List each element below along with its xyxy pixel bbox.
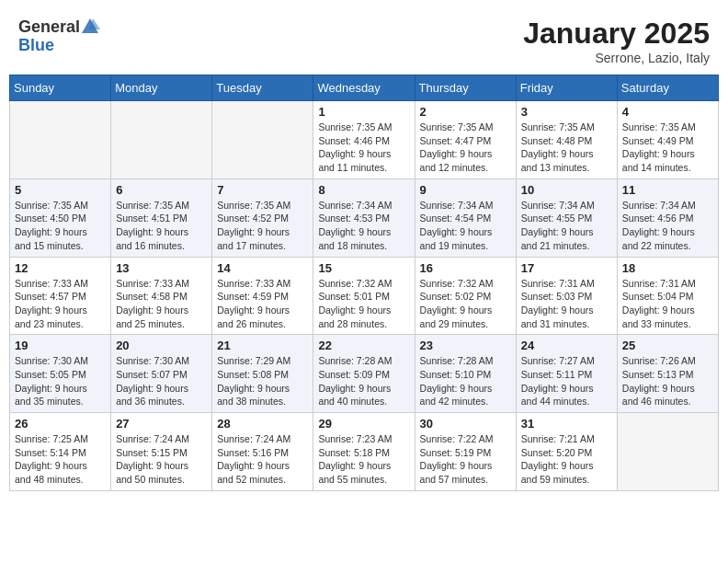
cell-info: Sunrise: 7:27 AM Sunset: 5:11 PM Dayligh… xyxy=(521,354,612,408)
day-number: 19 xyxy=(15,339,106,352)
calendar-cell: 28Sunrise: 7:24 AM Sunset: 5:16 PM Dayli… xyxy=(212,413,313,491)
day-number: 29 xyxy=(318,417,409,431)
day-number: 8 xyxy=(318,183,409,197)
cell-info: Sunrise: 7:24 AM Sunset: 5:16 PM Dayligh… xyxy=(217,432,308,487)
calendar-cell: 7Sunrise: 7:35 AM Sunset: 4:52 PM Daylig… xyxy=(212,178,313,257)
cell-info: Sunrise: 7:33 AM Sunset: 4:58 PM Dayligh… xyxy=(116,277,207,331)
day-number: 28 xyxy=(217,417,308,431)
cell-info: Sunrise: 7:26 AM Sunset: 5:13 PM Dayligh… xyxy=(622,354,713,408)
day-number: 24 xyxy=(521,339,612,352)
logo-icon xyxy=(80,17,100,37)
calendar-cell: 24Sunrise: 7:27 AM Sunset: 5:11 PM Dayli… xyxy=(516,335,617,413)
day-number: 16 xyxy=(420,261,511,275)
cell-info: Sunrise: 7:34 AM Sunset: 4:56 PM Dayligh… xyxy=(622,199,713,253)
cell-info: Sunrise: 7:32 AM Sunset: 5:02 PM Dayligh… xyxy=(420,277,511,331)
day-number: 12 xyxy=(15,261,106,275)
calendar-cell: 11Sunrise: 7:34 AM Sunset: 4:56 PM Dayli… xyxy=(617,178,718,257)
day-number: 7 xyxy=(217,183,308,197)
calendar-cell: 1Sunrise: 7:35 AM Sunset: 4:46 PM Daylig… xyxy=(313,101,415,179)
calendar-cell: 6Sunrise: 7:35 AM Sunset: 4:51 PM Daylig… xyxy=(111,178,212,257)
day-number: 20 xyxy=(116,339,207,352)
cell-info: Sunrise: 7:30 AM Sunset: 5:05 PM Dayligh… xyxy=(15,354,106,408)
calendar-week-row: 26Sunrise: 7:25 AM Sunset: 5:14 PM Dayli… xyxy=(10,413,719,491)
month-title: January 2025 xyxy=(523,17,710,51)
weekday-header-thursday: Thursday xyxy=(415,75,516,101)
calendar-cell: 9Sunrise: 7:34 AM Sunset: 4:54 PM Daylig… xyxy=(415,178,516,257)
day-number: 11 xyxy=(622,183,713,197)
cell-info: Sunrise: 7:35 AM Sunset: 4:52 PM Dayligh… xyxy=(217,199,308,253)
cell-info: Sunrise: 7:35 AM Sunset: 4:47 PM Dayligh… xyxy=(420,121,511,175)
day-number: 14 xyxy=(217,261,308,275)
cell-info: Sunrise: 7:28 AM Sunset: 5:10 PM Dayligh… xyxy=(420,354,511,408)
cell-info: Sunrise: 7:25 AM Sunset: 5:14 PM Dayligh… xyxy=(15,432,106,487)
calendar-cell xyxy=(617,413,718,491)
cell-info: Sunrise: 7:34 AM Sunset: 4:55 PM Dayligh… xyxy=(521,199,612,253)
day-number: 1 xyxy=(318,105,409,119)
day-number: 31 xyxy=(521,417,612,431)
calendar-cell: 25Sunrise: 7:26 AM Sunset: 5:13 PM Dayli… xyxy=(617,335,718,413)
day-number: 22 xyxy=(318,339,409,352)
day-number: 3 xyxy=(521,105,612,119)
cell-info: Sunrise: 7:34 AM Sunset: 4:54 PM Dayligh… xyxy=(420,199,511,253)
calendar-cell xyxy=(10,101,111,179)
cell-info: Sunrise: 7:31 AM Sunset: 5:04 PM Dayligh… xyxy=(622,277,713,331)
calendar-cell: 14Sunrise: 7:33 AM Sunset: 4:59 PM Dayli… xyxy=(212,257,313,335)
cell-info: Sunrise: 7:35 AM Sunset: 4:51 PM Dayligh… xyxy=(116,199,207,253)
calendar-cell: 21Sunrise: 7:29 AM Sunset: 5:08 PM Dayli… xyxy=(212,335,313,413)
logo-blue: Blue xyxy=(18,37,54,53)
day-number: 30 xyxy=(420,417,511,431)
cell-info: Sunrise: 7:23 AM Sunset: 5:18 PM Dayligh… xyxy=(318,432,409,487)
calendar-cell: 16Sunrise: 7:32 AM Sunset: 5:02 PM Dayli… xyxy=(415,257,516,335)
weekday-header-wednesday: Wednesday xyxy=(313,75,415,101)
calendar-cell: 3Sunrise: 7:35 AM Sunset: 4:48 PM Daylig… xyxy=(516,101,617,179)
weekday-header-tuesday: Tuesday xyxy=(212,75,313,101)
cell-info: Sunrise: 7:31 AM Sunset: 5:03 PM Dayligh… xyxy=(521,277,612,331)
cell-info: Sunrise: 7:30 AM Sunset: 5:07 PM Dayligh… xyxy=(116,354,207,408)
day-number: 26 xyxy=(15,417,106,431)
day-number: 4 xyxy=(622,105,713,119)
calendar-week-row: 12Sunrise: 7:33 AM Sunset: 4:57 PM Dayli… xyxy=(10,257,719,335)
cell-info: Sunrise: 7:28 AM Sunset: 5:09 PM Dayligh… xyxy=(318,354,409,408)
day-number: 15 xyxy=(318,261,409,275)
calendar-cell: 23Sunrise: 7:28 AM Sunset: 5:10 PM Dayli… xyxy=(415,335,516,413)
day-number: 17 xyxy=(521,261,612,275)
day-number: 27 xyxy=(116,417,207,431)
calendar-cell xyxy=(212,101,313,179)
day-number: 18 xyxy=(622,261,713,275)
calendar-cell xyxy=(111,101,212,179)
calendar-cell: 2Sunrise: 7:35 AM Sunset: 4:47 PM Daylig… xyxy=(415,101,516,179)
calendar-week-row: 19Sunrise: 7:30 AM Sunset: 5:05 PM Dayli… xyxy=(10,335,719,413)
day-number: 25 xyxy=(622,339,713,352)
calendar-cell: 30Sunrise: 7:22 AM Sunset: 5:19 PM Dayli… xyxy=(415,413,516,491)
cell-info: Sunrise: 7:32 AM Sunset: 5:01 PM Dayligh… xyxy=(318,277,409,331)
weekday-header-sunday: Sunday xyxy=(10,75,111,101)
day-number: 9 xyxy=(420,183,511,197)
day-number: 10 xyxy=(521,183,612,197)
cell-info: Sunrise: 7:21 AM Sunset: 5:20 PM Dayligh… xyxy=(521,432,612,487)
day-number: 6 xyxy=(116,183,207,197)
cell-info: Sunrise: 7:33 AM Sunset: 4:57 PM Dayligh… xyxy=(15,277,106,331)
calendar-cell: 13Sunrise: 7:33 AM Sunset: 4:58 PM Dayli… xyxy=(111,257,212,335)
cell-info: Sunrise: 7:35 AM Sunset: 4:46 PM Dayligh… xyxy=(318,121,409,175)
calendar-cell: 8Sunrise: 7:34 AM Sunset: 4:53 PM Daylig… xyxy=(313,178,415,257)
calendar-week-row: 1Sunrise: 7:35 AM Sunset: 4:46 PM Daylig… xyxy=(10,101,719,179)
cell-info: Sunrise: 7:34 AM Sunset: 4:53 PM Dayligh… xyxy=(318,199,409,253)
weekday-header-friday: Friday xyxy=(516,75,617,101)
cell-info: Sunrise: 7:35 AM Sunset: 4:48 PM Dayligh… xyxy=(521,121,612,175)
cell-info: Sunrise: 7:33 AM Sunset: 4:59 PM Dayligh… xyxy=(217,277,308,331)
logo: General Blue xyxy=(18,17,100,53)
calendar-cell: 26Sunrise: 7:25 AM Sunset: 5:14 PM Dayli… xyxy=(10,413,111,491)
page-header: General Blue January 2025 Serrone, Lazio… xyxy=(9,9,719,71)
location-subtitle: Serrone, Lazio, Italy xyxy=(523,51,710,65)
calendar-cell: 29Sunrise: 7:23 AM Sunset: 5:18 PM Dayli… xyxy=(313,413,415,491)
weekday-header-saturday: Saturday xyxy=(617,75,718,101)
day-number: 21 xyxy=(217,339,308,352)
day-number: 13 xyxy=(116,261,207,275)
day-number: 23 xyxy=(420,339,511,352)
calendar-table: SundayMondayTuesdayWednesdayThursdayFrid… xyxy=(9,75,719,491)
calendar-week-row: 5Sunrise: 7:35 AM Sunset: 4:50 PM Daylig… xyxy=(10,178,719,257)
calendar-cell: 4Sunrise: 7:35 AM Sunset: 4:49 PM Daylig… xyxy=(617,101,718,179)
calendar-cell: 17Sunrise: 7:31 AM Sunset: 5:03 PM Dayli… xyxy=(516,257,617,335)
calendar-cell: 31Sunrise: 7:21 AM Sunset: 5:20 PM Dayli… xyxy=(516,413,617,491)
logo-general: General xyxy=(18,18,80,35)
